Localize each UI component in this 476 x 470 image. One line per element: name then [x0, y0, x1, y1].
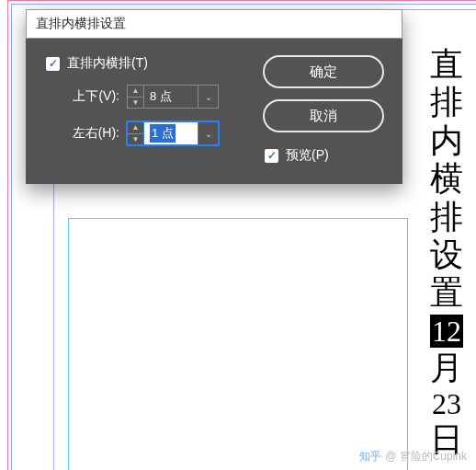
vertical-offset-value: 8 点	[150, 88, 172, 105]
dialog-title-bar[interactable]: 直排内横排设置	[26, 9, 402, 39]
spin-down-icon[interactable]: ▼	[128, 97, 143, 109]
spin-up-icon[interactable]: ▲	[128, 86, 143, 97]
glyph: 内	[430, 122, 463, 160]
horizontal-offset-dropdown[interactable]: ⌄	[198, 121, 219, 145]
vertical-offset-row: 上下(V): ▲ ▼ 8 点 ⌄	[46, 85, 250, 109]
glyph: 横	[430, 160, 463, 198]
ok-button[interactable]: 确定	[263, 55, 384, 88]
preview-checkbox[interactable]: ✓	[265, 149, 278, 163]
glyph: 置	[430, 274, 463, 312]
horizontal-offset-label: 左右(H):	[46, 125, 119, 142]
watermark-user: @ 冒险的Cupink	[385, 449, 467, 464]
watermark-site: 知乎	[359, 449, 381, 464]
glyph: 排	[430, 84, 463, 121]
horizontal-offset-value: 1 点	[150, 124, 176, 143]
horizontal-offset-field: ▲ ▼ 1 点 ⌄	[127, 121, 219, 145]
preview-checkbox-row: ✓ 预览(P)	[263, 147, 384, 164]
glyph: 直	[430, 46, 463, 84]
tatechuyoko-dialog: 直排内横排设置 ✓ 直排内横排(T) 上下(V): ▲ ▼ 8 点 ⌄	[26, 9, 402, 184]
vertical-offset-spinner: ▲ ▼	[127, 85, 143, 109]
dialog-title-text: 直排内横排设置	[36, 16, 126, 30]
horizontal-offset-input[interactable]: 1 点	[143, 121, 198, 145]
cancel-button-label: 取消	[310, 108, 337, 125]
dialog-body: ✓ 直排内横排(T) 上下(V): ▲ ▼ 8 点 ⌄ 左右(H):	[26, 39, 402, 184]
vertical-text-column[interactable]: 直 排 内 横 排 设 置 12 月 23 日	[426, 46, 467, 459]
horizontal-offset-row: 左右(H): ▲ ▼ 1 点 ⌄	[46, 121, 250, 145]
dialog-buttons: 确定 取消 ✓ 预览(P)	[263, 55, 384, 164]
spin-down-icon[interactable]: ▼	[128, 134, 143, 145]
glyph: 排	[430, 199, 463, 236]
watermark: 知乎 @ 冒险的Cupink	[359, 449, 467, 464]
text-frame[interactable]	[68, 218, 408, 470]
preview-checkbox-label: 预览(P)	[286, 147, 329, 164]
ok-button-label: 确定	[310, 63, 337, 81]
vertical-offset-label: 上下(V):	[46, 88, 119, 105]
horizontal-offset-spinner: ▲ ▼	[127, 121, 143, 145]
dialog-options: ✓ 直排内横排(T) 上下(V): ▲ ▼ 8 点 ⌄ 左右(H):	[46, 55, 250, 164]
tatechuyoko-checkbox-label: 直排内横排(T)	[67, 55, 148, 72]
spin-up-icon[interactable]: ▲	[128, 122, 143, 134]
vertical-offset-input[interactable]: 8 点	[143, 85, 198, 109]
vertical-offset-dropdown[interactable]: ⌄	[198, 85, 219, 109]
tatechuyoko-checkbox-row: ✓ 直排内横排(T)	[46, 55, 250, 72]
cancel-button[interactable]: 取消	[263, 99, 384, 132]
tatechuyoko-highlight: 12	[430, 315, 463, 348]
tatechuyoko-checkbox[interactable]: ✓	[46, 57, 60, 71]
glyph: 设	[430, 236, 463, 274]
glyph: 23	[432, 387, 461, 421]
glyph: 月	[430, 350, 463, 387]
vertical-offset-field: ▲ ▼ 8 点 ⌄	[127, 85, 219, 109]
